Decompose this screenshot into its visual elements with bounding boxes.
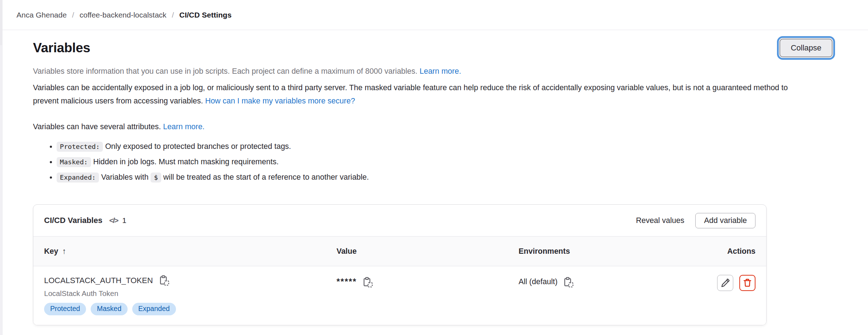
attributes-learn-more-link[interactable]: Learn more. [163, 122, 205, 131]
dollar-code-chip: $ [151, 173, 161, 183]
breadcrumb-separator: / [72, 11, 74, 19]
list-item-masked: Masked: Hidden in job logs. Must match m… [57, 156, 835, 168]
collapse-button[interactable]: Collapse [779, 39, 833, 57]
list-item-protected: Protected: Only exposed to protected bra… [57, 141, 835, 152]
copy-icon [563, 277, 574, 288]
trash-icon [743, 278, 752, 288]
breadcrumb-separator: / [172, 11, 174, 19]
intro-paragraph: Variables store information that you can… [33, 67, 835, 76]
copy-key-button[interactable] [158, 275, 170, 286]
card-header-actions: Reveal values Add variable [636, 213, 755, 228]
protected-description: Only exposed to protected branches or pr… [105, 142, 291, 151]
value-cell: ***** [337, 275, 519, 315]
masked-badge: Masked [91, 303, 127, 315]
sort-ascending-icon: ↑ [62, 247, 66, 256]
variables-count: 1 [122, 216, 127, 225]
breadcrumb-current-page: CI/CD Settings [179, 11, 232, 19]
code-icon: </> [109, 216, 118, 225]
actions-cell [717, 275, 755, 315]
warning-text: Variables can be accidentally exposed in… [33, 83, 788, 105]
expanded-badge: Expanded [132, 303, 176, 315]
pencil-icon [720, 278, 730, 288]
ci-cd-variables-card: CI/CD Variables </> 1 Reveal values Add … [33, 204, 767, 325]
list-item-expanded: Expanded: Variables with $ will be treat… [57, 172, 835, 183]
table-row: LOCALSTACK_AUTH_TOKEN LocalStack Auth To… [33, 266, 766, 325]
variable-key: LOCALSTACK_AUTH_TOKEN [44, 276, 153, 285]
protected-code-chip: Protected: [57, 142, 103, 152]
page-title: Variables [33, 40, 90, 55]
copy-environments-button[interactable] [563, 277, 574, 288]
attributes-intro-text: Variables can have several attributes. [33, 122, 161, 131]
delete-variable-button[interactable] [739, 275, 755, 291]
expanded-code-chip: Expanded: [57, 173, 99, 183]
breadcrumb-project-link[interactable]: coffee-backend-localstack [80, 11, 166, 19]
section-header: Variables Collapse [33, 39, 835, 57]
variables-card-header: CI/CD Variables </> 1 Reveal values Add … [33, 205, 766, 236]
breadcrumb-group-link[interactable]: Anca Ghenade [16, 11, 67, 19]
breadcrumb: Anca Ghenade / coffee-backend-localstack… [0, 0, 868, 30]
copy-icon [158, 275, 170, 286]
variables-secure-link[interactable]: How can I make my variables more secure? [205, 97, 355, 105]
reveal-values-button[interactable]: Reveal values [636, 216, 684, 225]
card-title: CI/CD Variables [44, 216, 102, 225]
copy-icon [362, 277, 373, 288]
protected-badge: Protected [44, 303, 86, 315]
key-header-label: Key [44, 247, 58, 256]
masked-code-chip: Masked: [57, 157, 91, 167]
expanded-description-start: Variables with [101, 173, 148, 181]
edit-variable-button[interactable] [717, 275, 733, 291]
masked-description: Hidden in job logs. Must match masking r… [93, 157, 278, 166]
column-header-value: Value [337, 247, 519, 256]
warning-paragraph: Variables can be accidentally exposed in… [33, 81, 803, 108]
attributes-intro-paragraph: Variables can have several attributes. L… [33, 122, 835, 131]
table-header-row: Key ↑ Value Environments Actions [33, 236, 766, 266]
attributes-list: Protected: Only exposed to protected bra… [33, 141, 835, 183]
column-header-environments: Environments [519, 247, 701, 256]
key-line: LOCALSTACK_AUTH_TOKEN [44, 275, 337, 286]
variable-description: LocalStack Auth Token [44, 289, 337, 298]
column-header-key[interactable]: Key ↑ [44, 247, 337, 256]
variable-environments: All (default) [519, 277, 558, 287]
copy-value-button[interactable] [362, 277, 373, 288]
gitlab-ci-cd-settings-page: Anca Ghenade / coffee-backend-localstack… [0, 0, 868, 335]
intro-text: Variables store information that you can… [33, 67, 418, 76]
add-variable-button[interactable]: Add variable [695, 213, 755, 228]
sidebar-edge-top [0, 0, 2, 45]
variable-value-masked: ***** [337, 277, 357, 287]
expanded-description-end: will be treated as the start of a refere… [163, 173, 369, 181]
key-cell: LOCALSTACK_AUTH_TOKEN LocalStack Auth To… [44, 275, 337, 315]
attribute-badges: Protected Masked Expanded [44, 303, 337, 315]
intro-learn-more-link[interactable]: Learn more. [420, 67, 461, 76]
settings-content: Variables Collapse Variables store infor… [0, 39, 868, 335]
environments-cell: All (default) [519, 275, 701, 315]
sidebar-edge [0, 0, 3, 335]
column-header-actions: Actions [727, 247, 755, 256]
